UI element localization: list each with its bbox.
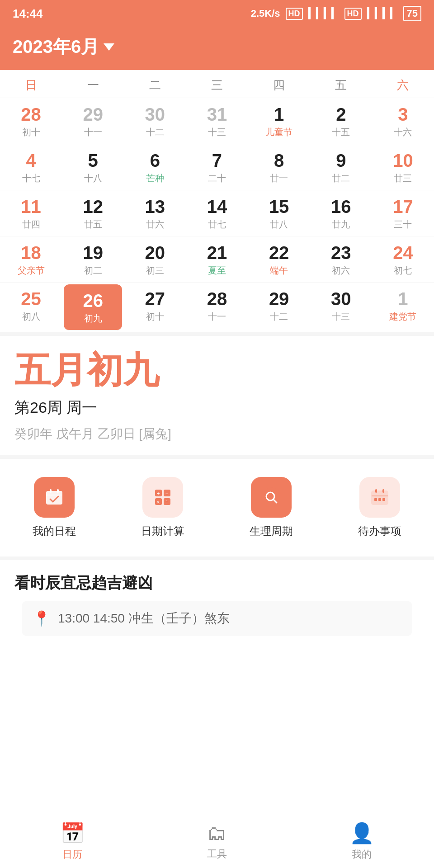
day-lunar: 芒种: [126, 172, 184, 184]
calendar-day[interactable]: 11廿四: [0, 190, 62, 236]
day-lunar: 初二: [64, 264, 122, 277]
calendar-day[interactable]: 28十一: [186, 283, 248, 332]
time-preview-icon: 📍: [33, 610, 51, 627]
lunar-big-text: 五月初九: [14, 352, 420, 388]
calendar-day[interactable]: 3十六: [372, 98, 434, 144]
day-number: 11: [2, 197, 60, 217]
calendar-day[interactable]: 25初八: [0, 283, 62, 332]
day-lunar: 十一: [188, 311, 246, 323]
calendar-day[interactable]: 24初七: [372, 236, 434, 283]
day-lunar: 十八: [64, 172, 122, 184]
calendar-day[interactable]: 28初十: [0, 98, 62, 144]
calendar-day[interactable]: 6芒种: [124, 144, 186, 190]
svg-rect-17: [382, 489, 384, 493]
ganzhi-info: 癸卯年 戊午月 乙卯日 [属兔]: [14, 425, 420, 443]
calendar-day[interactable]: 22端午: [248, 236, 310, 283]
calendar-day[interactable]: 12廿五: [62, 190, 124, 236]
day-number: 6: [126, 151, 184, 170]
svg-rect-18: [372, 495, 388, 496]
calendar-day[interactable]: 2十五: [310, 98, 372, 144]
calendar-day[interactable]: 1儿童节: [248, 98, 310, 144]
day-lunar: 十二: [126, 126, 184, 138]
day-lunar: 廿九: [312, 218, 370, 231]
calendar-day[interactable]: 30十二: [124, 98, 186, 144]
week-info: 第26周 周一: [14, 397, 420, 418]
nav-tools[interactable]: 🗂 工具: [145, 814, 289, 868]
day-lunar: 十五: [312, 126, 370, 138]
feature-label-2: 生理周期: [250, 524, 293, 538]
calendar-day[interactable]: 5十八: [62, 144, 124, 190]
day-lunar: 廿一: [250, 172, 308, 184]
day-number: 18: [2, 243, 60, 263]
weekday-label: 六: [372, 77, 434, 93]
day-lunar: 初九: [66, 312, 120, 325]
day-lunar: 儿童节: [250, 126, 308, 138]
day-lunar: 廿二: [312, 172, 370, 184]
calendar-day[interactable]: 15廿八: [248, 190, 310, 236]
calendar-day[interactable]: 10廿三: [372, 144, 434, 190]
calendar-day[interactable]: 21夏至: [186, 236, 248, 283]
day-lunar: 三十: [374, 218, 432, 231]
day-lunar: 初六: [312, 264, 370, 277]
svg-rect-1: [50, 489, 52, 493]
feature-item-2[interactable]: 生理周期: [217, 472, 326, 543]
day-lunar: 廿七: [188, 218, 246, 231]
feature-item-1[interactable]: +−×÷日期计算: [108, 472, 217, 543]
calendar-day[interactable]: 13廿六: [124, 190, 186, 236]
hd-badge2: HD: [344, 8, 362, 20]
calendar-day[interactable]: 1建党节: [372, 283, 434, 332]
svg-rect-20: [378, 498, 381, 501]
nav-calendar-label: 日历: [62, 848, 82, 861]
day-lunar: 十三: [188, 126, 246, 138]
calendar-day[interactable]: 27初十: [124, 283, 186, 332]
calendar-day[interactable]: 26初九: [64, 284, 122, 330]
svg-rect-3: [46, 495, 62, 495]
svg-rect-15: [372, 491, 388, 505]
section-title: 看时辰宜忌趋吉避凶: [0, 557, 434, 601]
svg-rect-0: [46, 491, 62, 505]
calendar-grid: 28初十29十一30十二31十三1儿童节2十五3十六4十七5十八6芒种7二十8廿…: [0, 98, 434, 332]
weekday-label: 一: [62, 77, 124, 93]
calendar-day[interactable]: 20初三: [124, 236, 186, 283]
nav-mine[interactable]: 👤 我的: [289, 814, 434, 868]
calendar-day[interactable]: 16廿九: [310, 190, 372, 236]
calendar-day[interactable]: 17三十: [372, 190, 434, 236]
month-year-text: 2023年6月: [13, 34, 99, 59]
day-lunar: 初十: [2, 126, 60, 138]
feature-icon-3: [359, 477, 400, 518]
day-lunar: 廿五: [64, 218, 122, 231]
feature-icon-1: +−×÷: [142, 477, 183, 518]
day-number: 19: [64, 243, 122, 263]
signal-icon: ▎▎▎▎: [308, 8, 339, 19]
calendar-day[interactable]: 7二十: [186, 144, 248, 190]
calendar-day[interactable]: 29十二: [248, 283, 310, 332]
day-number: 12: [64, 197, 122, 217]
calendar-day[interactable]: 4十七: [0, 144, 62, 190]
calendar-day[interactable]: 9廿二: [310, 144, 372, 190]
calendar-day[interactable]: 19初二: [62, 236, 124, 283]
feature-label-0: 我的日程: [33, 524, 76, 538]
feature-item-3[interactable]: 待办事项: [326, 472, 434, 543]
calendar-day[interactable]: 31十三: [186, 98, 248, 144]
calendar-day[interactable]: 29十一: [62, 98, 124, 144]
nav-calendar[interactable]: 📅 日历: [0, 814, 145, 868]
month-dropdown-arrow[interactable]: [104, 43, 114, 51]
weekday-header: 日一二三四五六: [0, 70, 434, 98]
day-number: 26: [66, 291, 120, 311]
date-info: 五月初九 第26周 周一 癸卯年 戊午月 乙卯日 [属兔]: [0, 332, 434, 455]
day-lunar: 十三: [312, 311, 370, 323]
calendar-day[interactable]: 18父亲节: [0, 236, 62, 283]
day-lunar: 初三: [126, 264, 184, 277]
calendar-day[interactable]: 8廿一: [248, 144, 310, 190]
bottom-nav: 📅 日历 🗂 工具 👤 我的: [0, 814, 434, 868]
calendar-day[interactable]: 14廿七: [186, 190, 248, 236]
day-number: 5: [64, 151, 122, 170]
feature-item-0[interactable]: 我的日程: [0, 472, 108, 543]
calendar-day[interactable]: 23初六: [310, 236, 372, 283]
feature-label-1: 日期计算: [141, 524, 184, 538]
svg-text:−: −: [165, 491, 168, 497]
calendar-day[interactable]: 30十三: [310, 283, 372, 332]
month-year-title[interactable]: 2023年6月: [13, 34, 421, 59]
day-lunar: 端午: [250, 264, 308, 277]
calendar-header: 2023年6月: [0, 27, 434, 70]
